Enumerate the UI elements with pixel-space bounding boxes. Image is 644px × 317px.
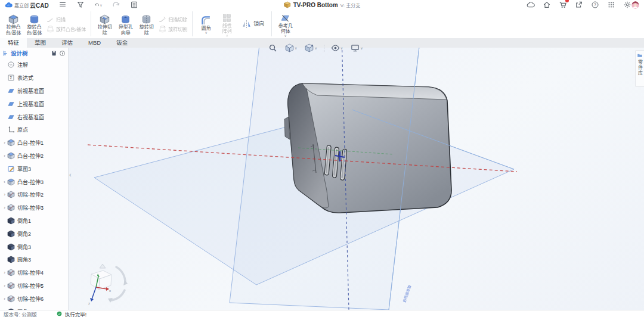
viewport-button-view-orientation[interactable]: ∨ — [304, 42, 318, 54]
ribbon-button-pattern[interactable]: 线性阵列∨ — [216, 11, 237, 38]
ribbon-button-extrude-cut[interactable]: 拉伸切除 — [94, 12, 115, 36]
ribbon-button-revolve-cut[interactable]: 旋转切除 — [136, 12, 157, 36]
branch-label[interactable]: V: 主分支 — [340, 2, 360, 8]
tree-item-equation-2[interactable]: Σ表达式 — [0, 72, 68, 85]
tree-item-plane-4[interactable]: 上视基准面 — [0, 97, 68, 110]
chevron-down-icon: ∨ — [314, 46, 317, 50]
tree-item-annotation-1[interactable]: 注解 — [0, 58, 68, 72]
tree-item-plane-5[interactable]: 右视基准面 — [0, 110, 68, 123]
right-panel-tab[interactable]: 零件库 — [635, 50, 644, 87]
share-export-icon[interactable] — [575, 1, 583, 9]
tilt-up-arrow-icon[interactable] — [100, 264, 106, 268]
svg-text:?: ? — [594, 2, 596, 7]
rotate-arrow-icon[interactable] — [116, 267, 125, 283]
undo-button[interactable]: ∨ — [94, 1, 103, 9]
viewport-button-screen-settings[interactable]: ∨ — [349, 42, 364, 54]
tab-2[interactable]: 草图 — [27, 38, 54, 48]
navigation-widget[interactable]: x z — [88, 264, 128, 305]
ribbon-button-loft-cut[interactable]: 放样切割 — [159, 25, 187, 33]
logo[interactable]: 嘉立创 云CAD — [5, 1, 49, 10]
info-icon[interactable] — [59, 50, 66, 57]
cloud-cad-app: 嘉立创 云CAD ∨ TV-PRO Bottom V: 主分支 ? 拉伸凸台/基… — [0, 0, 644, 317]
tree-item-cut-17[interactable]: ›切除-拉伸4 — [0, 266, 68, 279]
feature-list-icon[interactable] — [130, 1, 138, 9]
tree-item-boss-8[interactable]: ›凸台-拉伸2 — [0, 150, 68, 163]
mirror-icon — [242, 19, 252, 29]
tree-item-label: 右视基准面 — [17, 113, 44, 121]
rotate-arrow-icon[interactable] — [112, 290, 125, 300]
ribbon-button-refgeo[interactable]: 参考几何体∨ — [275, 11, 296, 38]
tree-item-cut-18[interactable]: ›切除-拉伸5 — [0, 279, 68, 293]
tree-item-plane-3[interactable]: 前视基准面 — [0, 85, 68, 98]
tree-item-chamfer-14[interactable]: 倒角2 — [0, 227, 68, 240]
sketch-icon — [7, 165, 15, 173]
plane-icon — [7, 113, 15, 121]
avatar[interactable] — [631, 1, 639, 9]
viewport-button-zoom-search[interactable] — [267, 42, 278, 54]
expand-caret-icon[interactable]: › — [2, 296, 7, 302]
apps-grid-icon[interactable] — [607, 1, 615, 9]
tree-item-cut-11[interactable]: ›切除-拉伸2 — [0, 188, 68, 201]
expand-caret-icon[interactable]: › — [2, 270, 7, 275]
design-tree-panel: 设计树 注解Σ表达式前视基准面上视基准面右视基准面原点›凸台-拉伸1›凸台-拉伸… — [0, 48, 69, 310]
expand-caret-icon[interactable]: › — [2, 140, 7, 145]
fillet-icon — [201, 15, 211, 26]
ribbon-button-extrude-boss[interactable]: 拉伸凸台/基体 — [3, 12, 24, 36]
3d-scene[interactable]: 前视基准面 — [69, 48, 644, 310]
tree-item-label: 上视基准面 — [17, 100, 44, 108]
tree-item-cut-19[interactable]: ›切除-拉伸6 — [0, 292, 68, 305]
chevron-down-icon: ∨ — [226, 35, 228, 38]
tree-item-label: 前视基准面 — [17, 87, 44, 95]
tab-4[interactable]: MBD — [80, 38, 109, 48]
tree-item-chamfer-20[interactable]: 圆角4 — [0, 305, 68, 310]
expand-caret-icon[interactable]: › — [2, 192, 7, 197]
model-tv-pro-bottom[interactable] — [284, 83, 451, 213]
cut-icon — [7, 295, 15, 303]
logo-prefix: 嘉立创 — [14, 2, 29, 8]
viewport-button-display-style[interactable]: ∨ — [284, 42, 298, 54]
tree-item-boss-7[interactable]: ›凸台-拉伸1 — [0, 136, 68, 150]
tree-item-label: 倒角2 — [17, 230, 31, 238]
tree-item-origin-6[interactable]: 原点 — [0, 123, 68, 136]
help-icon[interactable]: ? — [591, 1, 599, 9]
design-tree-header: 设计树 — [0, 48, 68, 58]
ribbon-stack: 扫描放样凸台/基体 — [45, 15, 88, 33]
expand-caret-icon[interactable]: › — [2, 153, 7, 158]
tree-collapse-handle[interactable]: ‹ — [69, 172, 72, 178]
tree-item-chamfer-16[interactable]: 圆角3 — [0, 253, 68, 266]
ribbon-button-sweep-cut[interactable]: 扫描切除 — [159, 15, 187, 23]
tree-item-sketch-9[interactable]: 草图3 — [0, 162, 68, 175]
ribbon-button-hole-wizard[interactable]: 异型孔向导 — [115, 12, 136, 36]
tree-item-label: 草图3 — [17, 165, 31, 173]
viewport-button-visibility[interactable]: ∨ — [330, 42, 344, 54]
tree-item-chamfer-15[interactable]: 倒角3 — [0, 240, 68, 253]
ribbon-button-mirror[interactable]: 镜向 — [237, 19, 268, 29]
part-icon — [284, 1, 291, 8]
cart-button[interactable] — [559, 1, 567, 9]
tree-item-chamfer-13[interactable]: 倒角1 — [0, 215, 68, 228]
ribbon-button-revolve-boss[interactable]: 旋转凸台/基体 — [24, 12, 45, 36]
tree-item-cut-12[interactable]: ›切除-拉伸3 — [0, 201, 68, 215]
settings-gear-icon[interactable] — [623, 1, 631, 9]
tree-item-label: 切除-拉伸5 — [17, 282, 44, 290]
viewport[interactable]: 前视基准面 — [69, 48, 644, 310]
expand-caret-icon[interactable]: › — [2, 283, 7, 288]
expand-caret-icon[interactable]: › — [2, 179, 7, 185]
cloud-sync-icon[interactable] — [527, 1, 535, 9]
menu-icon[interactable] — [58, 1, 67, 9]
ribbon-button-sweep[interactable]: 扫描 — [47, 15, 86, 23]
bookmark-icon[interactable] — [51, 50, 57, 57]
tab-5[interactable]: 钣金 — [109, 38, 135, 48]
tab-3[interactable]: 评估 — [54, 38, 80, 48]
tab-1[interactable]: 特征 — [0, 38, 27, 48]
tree-item-boss-10[interactable]: ›凸台-拉伸3 — [0, 175, 68, 188]
redo-button[interactable] — [112, 1, 120, 9]
filter-icon[interactable] — [76, 1, 85, 9]
plane-icon — [7, 100, 15, 108]
ribbon-button-loft[interactable]: 放样凸台/基体 — [47, 25, 86, 33]
chevron-down-icon: ∨ — [295, 46, 297, 50]
ribbon-button-fillet[interactable]: 圆角∨ — [196, 13, 216, 35]
cut-icon — [7, 269, 15, 276]
home-icon[interactable] — [543, 1, 551, 9]
expand-caret-icon[interactable]: › — [2, 205, 7, 210]
